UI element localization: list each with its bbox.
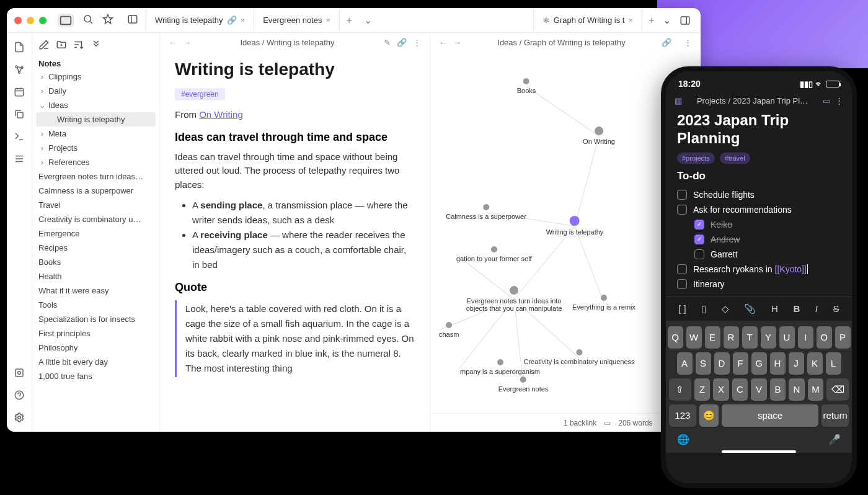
keyboard-key[interactable]: J: [789, 352, 804, 375]
keyboard-key[interactable]: X: [713, 378, 729, 401]
graph-canvas[interactable]: BooksOn WritingCalmness is a superpowerW…: [430, 52, 701, 413]
sidebar-note[interactable]: Philosophy: [32, 341, 159, 355]
phone-panel-left-icon[interactable]: ▥: [675, 96, 682, 105]
help-rail-icon[interactable]: [14, 390, 25, 401]
sidebar-note[interactable]: Specialization is for insects: [32, 312, 159, 326]
keyboard-key[interactable]: I: [798, 326, 813, 349]
keyboard-key[interactable]: S: [696, 352, 711, 375]
graph-node[interactable]: Books: [517, 78, 536, 94]
link-copy-icon[interactable]: 🔗: [662, 38, 671, 47]
strike-icon[interactable]: S: [833, 303, 839, 314]
tab-evergreen-notes[interactable]: Evergreen notes ×: [254, 8, 340, 33]
files-rail-icon[interactable]: [14, 42, 25, 53]
keyboard-key[interactable]: Y: [761, 326, 776, 349]
link-copy-icon[interactable]: 🔗: [397, 38, 407, 47]
copy-rail-icon[interactable]: [14, 109, 25, 120]
bold-icon[interactable]: B: [793, 303, 800, 314]
close-window-button[interactable]: [14, 17, 22, 24]
sidebar-note[interactable]: Recipes: [32, 241, 159, 255]
tab-dropdown-icon[interactable]: ⌄: [358, 8, 377, 33]
phone-tag[interactable]: #projects: [677, 153, 715, 164]
sidebar-note[interactable]: Travel: [32, 198, 159, 212]
book-icon[interactable]: ▭: [823, 96, 830, 105]
new-tab-button[interactable]: +: [340, 8, 358, 33]
keyboard-key[interactable]: O: [817, 326, 832, 349]
stack-rail-icon[interactable]: [14, 153, 25, 164]
backlink-count[interactable]: 1 backlink: [564, 419, 596, 427]
sidebar-note[interactable]: Health: [32, 269, 159, 283]
new-tab-right-button[interactable]: +: [642, 15, 661, 26]
sidebar-note[interactable]: 1,000 true fans: [32, 369, 159, 383]
close-tab-icon[interactable]: ×: [628, 16, 633, 25]
tab-graph[interactable]: ⚛ Graph of Writing is t ×: [533, 8, 642, 33]
todo-item[interactable]: Ask for recommendations: [677, 202, 841, 217]
collapse-icon[interactable]: [91, 39, 102, 50]
sidebar-note[interactable]: First principles: [32, 326, 159, 341]
graph-node[interactable]: Calmness is a superpower: [446, 204, 526, 220]
keyboard-key[interactable]: V: [751, 378, 767, 401]
keyboard-key[interactable]: Q: [668, 326, 683, 349]
todo-item[interactable]: Itinerary: [677, 277, 841, 292]
sidebar-note[interactable]: Emergence: [32, 226, 159, 241]
settings-rail-icon[interactable]: [14, 412, 25, 423]
keyboard-key[interactable]: W: [686, 326, 702, 349]
keyboard-key[interactable]: K: [807, 352, 823, 375]
star-icon[interactable]: [102, 14, 113, 25]
graph-node[interactable]: Creativity is combinatory uniqueness: [523, 349, 634, 365]
keyboard-key[interactable]: 😊: [699, 404, 719, 427]
phone-more-icon[interactable]: ⋮: [835, 96, 843, 105]
home-indicator[interactable]: [722, 450, 796, 453]
graph-breadcrumb[interactable]: Ideas / Graph of Writing is telepathy: [467, 38, 655, 47]
attach-icon[interactable]: 📎: [744, 303, 756, 314]
sidebar-note-active[interactable]: Writing is telepathy: [36, 112, 156, 127]
sidebar-note[interactable]: Tools: [32, 298, 159, 312]
graph-nav-forward-icon[interactable]: →: [453, 38, 461, 47]
checkbox[interactable]: [677, 190, 687, 200]
sidebar-note[interactable]: Evergreen notes turn ideas…: [32, 169, 159, 184]
tag-icon[interactable]: ◇: [722, 303, 729, 314]
link-on-writing[interactable]: On Writing: [199, 109, 243, 120]
keyboard-key[interactable]: C: [732, 378, 748, 401]
globe-icon[interactable]: 🌐: [677, 434, 689, 445]
keyboard-key[interactable]: T: [742, 326, 758, 349]
more-icon[interactable]: ⋮: [684, 38, 692, 47]
close-tab-icon[interactable]: ×: [326, 16, 331, 25]
phone-tag[interactable]: #travel: [720, 153, 750, 164]
sidebar-folder[interactable]: ⌄Ideas: [32, 98, 159, 112]
sidebar-note[interactable]: Creativity is combinatory u…: [32, 212, 159, 226]
keyboard-key[interactable]: B: [770, 378, 786, 401]
todo-item[interactable]: Schedule flights: [677, 187, 841, 202]
keyboard-key[interactable]: 123: [669, 404, 696, 427]
todo-item[interactable]: Andrew: [677, 232, 841, 247]
graph-node[interactable]: Everything is a remix: [572, 295, 636, 311]
sidebar-folder[interactable]: ›Daily: [32, 84, 159, 98]
terminal-rail-icon[interactable]: [14, 131, 25, 142]
keyboard-key[interactable]: return: [822, 404, 849, 427]
keyboard-key[interactable]: G: [751, 352, 767, 375]
tab-writing-telepathy[interactable]: Writing is telepathy 🔗 ×: [146, 8, 254, 33]
file-browser-icon[interactable]: [58, 14, 74, 27]
keyboard-key[interactable]: E: [705, 326, 720, 349]
breadcrumb[interactable]: Ideas / Writing is telepathy: [197, 38, 378, 47]
checkbox[interactable]: [694, 234, 704, 244]
phone-breadcrumb[interactable]: Projects / 2023 Japan Trip Pl…: [687, 96, 818, 105]
nav-forward-icon[interactable]: →: [183, 38, 191, 47]
sidebar-folder[interactable]: ›Projects: [32, 141, 159, 155]
graph-rail-icon[interactable]: [14, 64, 25, 75]
new-folder-icon[interactable]: [56, 39, 67, 50]
checkbox[interactable]: [677, 205, 687, 215]
keyboard-key[interactable]: F: [733, 352, 748, 375]
maximize-window-button[interactable]: [39, 17, 46, 24]
sidebar-folder[interactable]: ›Meta: [32, 127, 159, 141]
edit-icon[interactable]: [38, 39, 50, 50]
keyboard-key[interactable]: Z: [694, 378, 711, 401]
heading-icon[interactable]: H: [771, 303, 778, 314]
sidebar-note[interactable]: Books: [32, 255, 159, 269]
todo-item[interactable]: Research ryokans in [[Kyoto]]: [677, 262, 841, 277]
brackets-icon[interactable]: [ ]: [678, 303, 686, 314]
search-icon[interactable]: [82, 14, 94, 25]
todo-item[interactable]: Garrett: [677, 247, 841, 262]
sidebar-folder[interactable]: ›References: [32, 155, 159, 169]
file-icon[interactable]: ▯: [701, 303, 706, 314]
keyboard-key[interactable]: H: [770, 352, 786, 375]
